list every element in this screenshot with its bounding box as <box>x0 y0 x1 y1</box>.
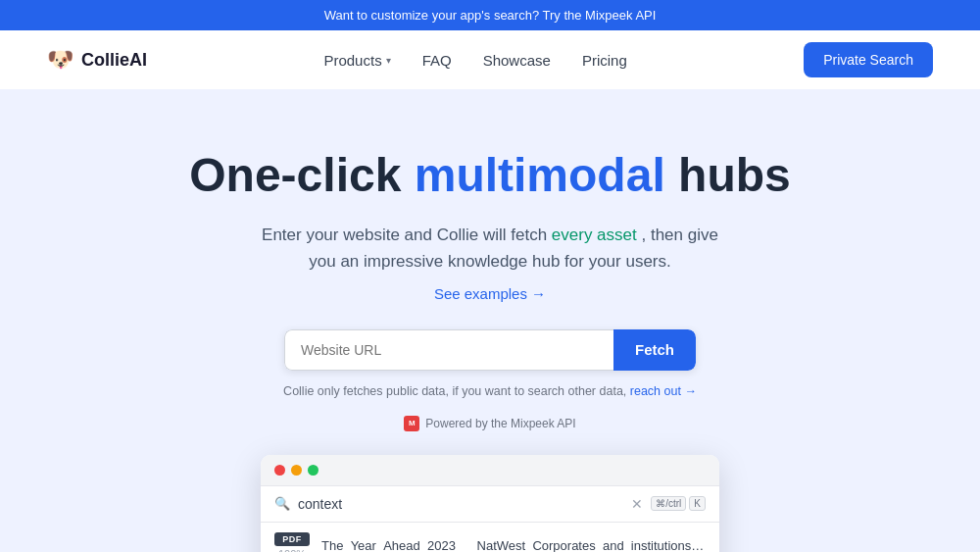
mixpeek-logo-icon: M <box>404 416 419 431</box>
logo[interactable]: 🐶 CollieAI <box>47 47 147 73</box>
keyboard-shortcut: ⌘/ctrl K <box>651 496 706 511</box>
app-window: 🔍 ✕ ⌘/ctrl K pdf100%The_Year_Ahead_2023_… <box>261 455 719 552</box>
hero-subtitle: Enter your website and Collie will fetch… <box>255 222 725 275</box>
nav-links: Products ▾ FAQ Showcase Pricing <box>323 52 626 69</box>
logo-text: CollieAI <box>81 50 147 71</box>
search-bar: Fetch <box>284 329 696 371</box>
file-list: pdf100%The_Year_Ahead_2023___NatWest_Cor… <box>261 523 719 552</box>
hero-title-highlight: multimodal <box>415 149 665 201</box>
file-type-badge: pdf <box>274 532 310 546</box>
private-search-button[interactable]: Private Search <box>804 42 933 77</box>
window-dot-green[interactable] <box>308 465 318 476</box>
window-search-input[interactable] <box>298 496 623 512</box>
kbd-k: K <box>689 496 706 511</box>
file-match-percentage: 100% <box>274 548 310 552</box>
fetch-button[interactable]: Fetch <box>613 329 696 371</box>
search-icon: 🔍 <box>274 496 290 511</box>
search-bar-container: Fetch <box>20 329 960 371</box>
nav-showcase[interactable]: Showcase <box>483 52 551 69</box>
navbar: 🐶 CollieAI Products ▾ FAQ Showcase Prici… <box>0 30 980 89</box>
window-dot-red[interactable] <box>274 465 285 476</box>
reach-out-link[interactable]: reach out → <box>630 384 697 398</box>
search-input[interactable] <box>284 329 613 371</box>
window-titlebar <box>261 455 719 486</box>
see-examples-link[interactable]: See examples → <box>434 285 546 302</box>
hero-section: One-click multimodal hubs Enter your web… <box>0 89 980 552</box>
nav-products[interactable]: Products ▾ <box>323 52 390 69</box>
window-dot-yellow[interactable] <box>291 465 302 476</box>
hero-title-suffix: hubs <box>665 149 791 201</box>
hero-subtitle-highlight: every asset <box>552 226 637 244</box>
powered-by: M Powered by the Mixpeek API <box>20 416 960 431</box>
chevron-down-icon: ▾ <box>386 55 391 66</box>
kbd-cmd: ⌘/ctrl <box>651 496 686 511</box>
disclaimer-text: Collie only fetches public data, if you … <box>20 384 960 398</box>
hero-title: One-click multimodal hubs <box>20 148 960 202</box>
hero-title-prefix: One-click <box>189 149 414 201</box>
nav-faq[interactable]: FAQ <box>422 52 452 69</box>
window-search-bar: 🔍 ✕ ⌘/ctrl K <box>261 486 719 523</box>
logo-emoji: 🐶 <box>47 47 74 73</box>
file-badge: pdf100% <box>274 532 310 552</box>
banner-text: Want to customize your app's search? Try… <box>324 8 657 23</box>
nav-pricing[interactable]: Pricing <box>582 52 627 69</box>
file-name: The_Year_Ahead_2023___NatWest_Corporates… <box>321 538 706 552</box>
top-banner: Want to customize your app's search? Try… <box>0 0 980 30</box>
clear-search-icon[interactable]: ✕ <box>631 496 643 512</box>
file-list-item[interactable]: pdf100%The_Year_Ahead_2023___NatWest_Cor… <box>261 523 719 552</box>
